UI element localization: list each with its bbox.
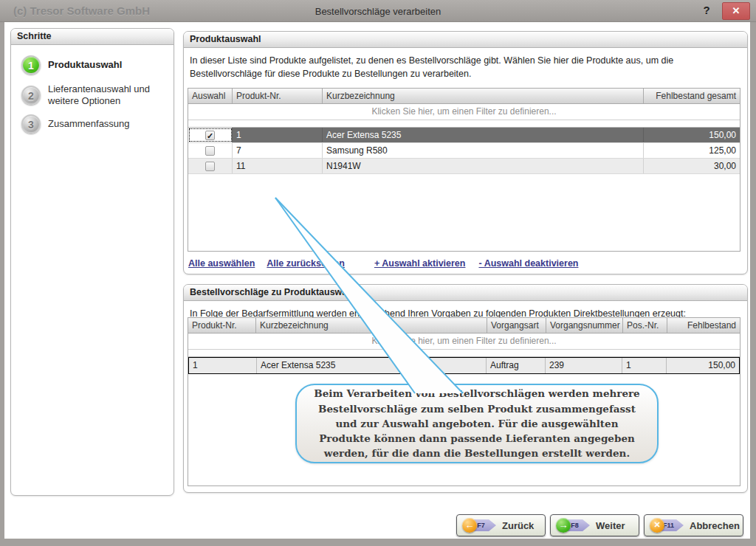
bestellvorschlaege-panel-title: Bestellvorschläge zu Produktauswahl — [184, 285, 747, 301]
close-button[interactable]: ✕ — [722, 2, 750, 20]
step-zusammenfassung[interactable]: 3 Zusammenfassung — [21, 114, 130, 134]
link-alle-auswaehlen[interactable]: Alle auswählen — [188, 258, 255, 269]
proposal-table-header: Produkt-Nr. Kurzbezeichnung Vorgangsart … — [188, 318, 740, 334]
cell-kurzbezeichnung: Acer Extensa 5235 — [257, 358, 487, 373]
table-row[interactable]: 7 Samsung R580 125,00 — [188, 143, 740, 159]
cancel-x-icon: ✕ — [650, 518, 664, 533]
col-vorgangsart[interactable]: Vorgangsart — [487, 318, 546, 333]
produktauswahl-panel-title: Produktauswahl — [184, 32, 747, 48]
link-alle-zuruecksetzen[interactable]: Alle zurücksetzen — [267, 258, 345, 269]
col-auswahl[interactable]: Auswahl — [188, 89, 233, 103]
cancel-button-label: Abbrechen — [690, 520, 740, 531]
cell-fehlbestand: 150,00 — [644, 128, 740, 142]
product-table-empty-area — [188, 174, 740, 251]
col-produkt-nr[interactable]: Produkt-Nr. — [188, 318, 256, 333]
steps-panel: Schritte 1 Produktauswahl 2 Lieferantena… — [10, 28, 174, 496]
product-table-filter-row[interactable]: Klicken Sie hier, um einen Filter zu def… — [188, 104, 740, 120]
cell-kurzbezeichnung: Acer Extensa 5235 — [323, 128, 644, 142]
step-3-circle: 3 — [21, 114, 41, 134]
dialog-title: Bestellvorschläge verarbeiten — [0, 6, 756, 17]
produktauswahl-description: In dieser Liste sind Produkte aufgeliste… — [184, 48, 747, 80]
row-checkbox-checked[interactable]: ✓ — [205, 131, 215, 140]
row-checkbox[interactable] — [205, 146, 215, 156]
proposal-table-filter-row[interactable]: Klicken Sie hier, um einen Filter zu def… — [188, 334, 740, 350]
cell-kurzbezeichnung: Samsung R580 — [323, 143, 644, 158]
back-icon: F7 ← — [462, 518, 496, 533]
step-3-label: Zusammenfassung — [48, 118, 130, 130]
step-1-label: Produktauswahl — [48, 59, 122, 71]
back-button[interactable]: F7 ← Zurück — [456, 514, 546, 536]
next-button-label: Weiter — [596, 520, 625, 531]
next-icon: F8 → — [556, 518, 590, 533]
product-table-header: Auswahl Produkt-Nr. Kurzbezeichnung Fehl… — [188, 89, 740, 104]
help-button[interactable]: ? — [700, 4, 713, 18]
col-pos-nr[interactable]: Pos.-Nr. — [623, 318, 667, 333]
col-kurzbezeichnung[interactable]: Kurzbezeichnung — [256, 318, 487, 333]
cell-produkt-nr: 7 — [233, 143, 323, 158]
row-checkbox[interactable] — [205, 162, 215, 171]
table-row[interactable]: ✓ 1 Acer Extensa 5235 150,00 — [188, 128, 740, 143]
table-row[interactable]: 11 N1941W 30,00 — [188, 159, 740, 174]
cell-vorgangsnummer: 239 — [546, 358, 622, 373]
product-table: Auswahl Produkt-Nr. Kurzbezeichnung Fehl… — [188, 88, 740, 252]
cell-fehlbestand: 30,00 — [644, 159, 740, 173]
cancel-icon: F11 ✕ — [650, 518, 684, 533]
selection-links: Alle auswählen Alle zurücksetzen + Auswa… — [188, 258, 578, 269]
cell-fehlbestand: 150,00 — [667, 358, 739, 373]
step-1-circle: 1 — [21, 55, 41, 75]
next-button[interactable]: F8 → Weiter — [550, 514, 639, 536]
cell-produkt-nr: 11 — [233, 159, 323, 173]
link-auswahl-deaktivieren[interactable]: - Auswahl deaktivieren — [478, 258, 578, 269]
callout-text: Beim Verarbeiten von Bestellvorschlägen … — [312, 386, 642, 460]
step-lieferantenauswahl[interactable]: 2 Lieferantenauswahl und weitere Optione… — [21, 83, 169, 108]
cell-produkt-nr: 1 — [233, 128, 323, 142]
cell-kurzbezeichnung: N1941W — [323, 159, 644, 173]
callout-bubble: Beim Verarbeiten von Bestellvorschlägen … — [295, 384, 659, 463]
step-2-circle: 2 — [21, 86, 41, 105]
link-auswahl-aktivieren[interactable]: + Auswahl aktivieren — [374, 258, 466, 269]
back-arrow-icon: ← — [462, 518, 477, 533]
col-fehlbestand-gesamt[interactable]: Fehlbestand gesamt — [644, 89, 740, 103]
step-produktauswahl[interactable]: 1 Produktauswahl — [21, 55, 122, 75]
produktauswahl-panel: Produktauswahl In dieser Liste sind Prod… — [183, 31, 748, 274]
col-produkt-nr[interactable]: Produkt-Nr. — [233, 89, 323, 103]
steps-panel-title: Schritte — [11, 29, 173, 45]
col-kurzbezeichnung[interactable]: Kurzbezeichnung — [323, 89, 644, 103]
next-arrow-icon: → — [556, 518, 571, 533]
cell-pos-nr: 1 — [622, 358, 667, 373]
table-row[interactable]: 1 Acer Extensa 5235 Auftrag 239 1 150,00 — [188, 357, 740, 374]
titlebar: (c) Tresor Software GmbH Bestellvorschlä… — [0, 0, 756, 22]
cancel-button[interactable]: F11 ✕ Abbrechen — [644, 514, 743, 536]
back-button-label: Zurück — [502, 520, 534, 531]
proposal-table-spacer — [188, 350, 740, 357]
step-2-label: Lieferantenauswahl und weitere Optionen — [48, 83, 169, 108]
cell-produkt-nr: 1 — [189, 358, 257, 373]
col-fehlbestand[interactable]: Fehlbestand — [667, 318, 740, 333]
cell-vorgangsart: Auftrag — [487, 358, 546, 373]
product-table-spacer — [188, 120, 740, 128]
cell-fehlbestand: 125,00 — [644, 143, 740, 158]
col-vorgangsnummer[interactable]: Vorgangsnummer — [546, 318, 623, 333]
